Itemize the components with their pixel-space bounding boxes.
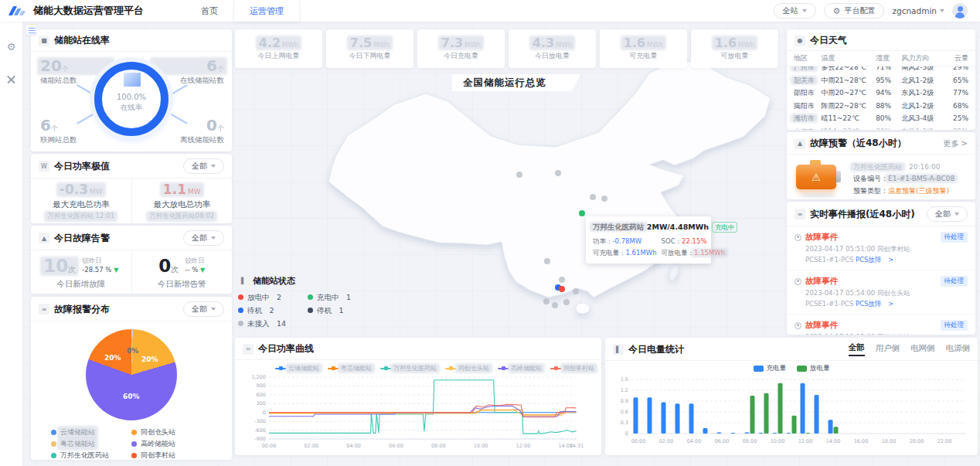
pending-badge[interactable]: 待处理 [941, 320, 968, 331]
fault-link[interactable]: PCS故障 > [856, 256, 893, 264]
tab-用户侧[interactable]: 用户侧 [876, 343, 900, 355]
charge-bar[interactable] [815, 395, 819, 434]
power-extreme-panel: W 今日功率极值 全部 -0.3MW最大充电总功率万邦生化医药站 12:011.… [31, 154, 232, 223]
bar-legend-item[interactable]: 放电量 [797, 364, 830, 373]
charge-bar[interactable] [717, 433, 722, 434]
pie-legend-item[interactable]: 高岭储能站 [131, 438, 212, 450]
station-dot-gray[interactable] [590, 194, 596, 200]
pie-legend-item[interactable]: 云埔储能站 [51, 427, 131, 438]
site-scope-select[interactable]: 全站 [774, 3, 816, 19]
event-item[interactable]: 故障事件待处理2023-04-17 05:54:00 同创仓头站PCSE1-#1… [787, 270, 975, 315]
station-dot-gray[interactable] [543, 298, 550, 304]
tab-home[interactable]: 首页 [185, 0, 233, 22]
station-dot-gray[interactable] [559, 277, 565, 283]
curve-legend-item[interactable]: 万邦生化医药站 [380, 364, 437, 372]
extreme-label: 最大充电总功率 [53, 199, 110, 210]
settings-icon[interactable]: ⚙ [7, 42, 16, 52]
bar-legend-item[interactable]: 充电量 [754, 364, 787, 373]
tab-operations[interactable]: 运营管理 [233, 0, 300, 22]
charge-bar[interactable] [787, 433, 791, 434]
curve-legend-item[interactable]: 同创李村站 [550, 364, 594, 372]
weather-cell: 77% [947, 87, 968, 100]
fault-alarm-item: 0次较昨日-- % ▼今日新增告警 [131, 250, 233, 296]
charge-bar[interactable] [662, 402, 666, 434]
discharge-bar[interactable] [750, 396, 755, 434]
station-dot-gray[interactable] [601, 196, 607, 202]
status-legend-item: 待机 2 [238, 304, 308, 317]
charge-bar[interactable] [829, 420, 833, 434]
energy-bar-chart[interactable]: 00.30.60.91.21.500:0002:0004:0006:0008:0… [608, 373, 975, 451]
curve-legend-item[interactable]: 同创仓头站 [445, 364, 489, 372]
collapse-panel-button[interactable] [26, 24, 37, 36]
kpi-label: 今日充电量 [444, 51, 478, 61]
close-icon[interactable] [7, 75, 15, 83]
pie-legend-item[interactable]: 同创仓头站 [131, 427, 212, 438]
event-item[interactable]: 故障事件待处理2023-04-17 11:15:00 高岭储能站PCSE1-#2… [787, 315, 975, 335]
event-item[interactable]: 故障事件待处理2023-04-17 05:51:00 同创李村站PCSE1-#1… [787, 226, 975, 270]
station-dot-gray[interactable] [563, 299, 570, 305]
charge-bar[interactable] [745, 433, 750, 434]
discharge-bar[interactable] [792, 416, 797, 434]
hainan-island [576, 303, 590, 314]
fault-alarm-panel: ▲ 今日故障告警 全部 10次较昨日-28.57 % ▼今日新增故障0次较昨日-… [31, 226, 232, 294]
discharge-bar[interactable] [834, 427, 839, 434]
pie-legend-item[interactable]: 万邦生化医药站 [51, 450, 131, 461]
discharge-bar[interactable] [806, 433, 811, 434]
tab-电网侧[interactable]: 电网侧 [910, 343, 935, 355]
pie-legend-item[interactable]: 同创李村站 [131, 450, 212, 461]
station-dot-green[interactable] [579, 210, 585, 216]
pie-legend-item[interactable]: 粤芯储能站 [51, 438, 131, 450]
filter-select[interactable]: 全部 [183, 158, 224, 174]
legend-marker [380, 368, 391, 369]
filter-select[interactable]: 全部 [183, 301, 224, 317]
weather-cell: 29% [947, 66, 968, 74]
left-rail: ⚙ [0, 22, 23, 466]
pending-badge[interactable]: 待处理 [941, 276, 968, 287]
station-dot-gray[interactable] [516, 172, 522, 178]
charge-bar[interactable] [689, 403, 694, 434]
tab-电源侧[interactable]: 电源侧 [946, 343, 971, 355]
status-label: 放电中 2 [247, 291, 281, 304]
charge-bar[interactable] [801, 383, 805, 434]
svg-text:600: 600 [257, 392, 266, 398]
user-menu[interactable]: zgcnadmin [892, 6, 944, 15]
pending-badge[interactable]: 待处理 [941, 232, 968, 243]
extreme-value: 1.1MW [163, 183, 201, 196]
platform-config-button[interactable]: ⚙ 平台配置 [824, 3, 885, 19]
charge-bar[interactable] [759, 433, 764, 434]
avatar[interactable] [952, 3, 968, 19]
kpi-label: 今日下网电量 [349, 51, 391, 61]
charge-bar[interactable] [648, 397, 652, 434]
charge-bar[interactable] [773, 433, 778, 434]
station-dot-red[interactable] [559, 286, 565, 292]
charge-bar[interactable] [675, 403, 680, 434]
filter-select[interactable]: 全部 [183, 230, 224, 246]
event-icon [795, 234, 801, 241]
station-dot-gray[interactable] [544, 258, 550, 264]
weather-cell: 95% [876, 74, 901, 87]
svg-text:1,200: 1,200 [251, 374, 266, 380]
status-label: 停机 1 [317, 304, 344, 317]
charge-bar[interactable] [634, 397, 638, 434]
taiwan-island [668, 263, 680, 281]
fault-link[interactable]: PCS故障 > [856, 300, 893, 308]
more-link[interactable]: 更多 > [943, 138, 968, 149]
station-dot-gray[interactable] [552, 302, 558, 308]
bar-chart-icon: ▌ [613, 344, 624, 355]
curve-legend-item[interactable]: 高岭储能站 [498, 364, 542, 372]
station-dot-gray[interactable] [573, 288, 579, 294]
online-rate-gauge: 100.0% 在线率 [94, 62, 168, 136]
charge-bar[interactable] [731, 433, 736, 434]
extreme-station: 万邦生化医药站 12:01 [47, 212, 114, 221]
online-stat: 6个联网站总数 [40, 117, 111, 145]
discharge-bar[interactable] [764, 393, 769, 434]
power-curve-chart[interactable]: 1,2009006003000-300-600-90000:0002:0004:… [240, 372, 597, 453]
filter-select[interactable]: 全部 [927, 206, 968, 222]
kpi-cards: 4.2MWh今日上网电量7.5MWh今日下网电量7.3MWh今日充电量4.3MW… [235, 29, 778, 68]
discharge-bar[interactable] [778, 383, 783, 434]
charge-bar[interactable] [703, 428, 708, 434]
curve-legend-item[interactable]: 粤芯储能站 [328, 364, 372, 372]
station-dot-gray[interactable] [555, 170, 561, 176]
curve-legend-item[interactable]: 云埔储能站 [275, 364, 319, 372]
tab-全部[interactable]: 全部 [849, 342, 865, 356]
